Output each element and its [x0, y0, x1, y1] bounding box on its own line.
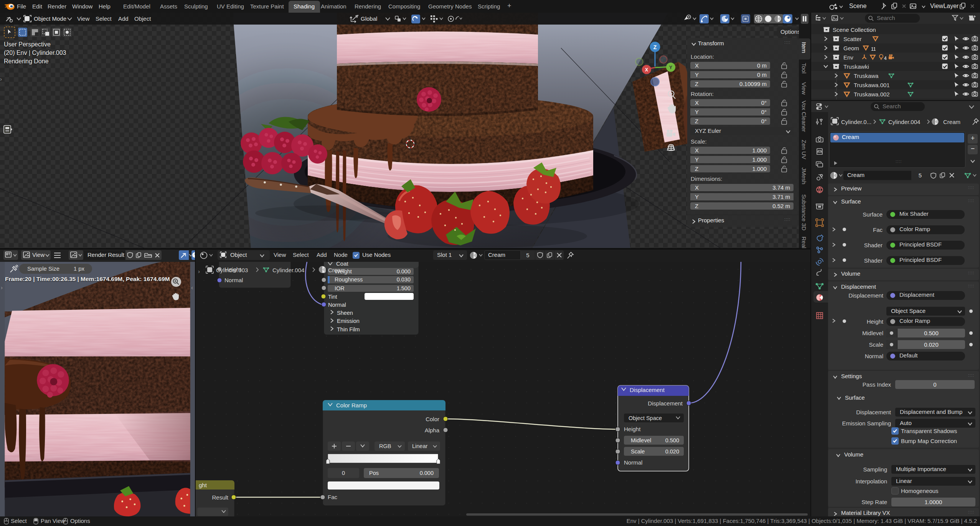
svg-text:›: ›: [198, 268, 200, 275]
svg-text:Normal: Normal: [328, 302, 346, 308]
svg-text:X: X: [645, 67, 648, 73]
svg-text:Pos: Pos: [369, 470, 379, 476]
svg-text:Linear: Linear: [412, 443, 427, 449]
svg-text:Cylinder.003: Cylinder.003: [216, 267, 248, 273]
svg-text:Normal: Normal: [224, 277, 243, 283]
svg-text:Height: Height: [624, 426, 641, 432]
svg-text:1.500: 1.500: [397, 285, 411, 291]
svg-text:Color: Color: [426, 416, 439, 422]
svg-text:IOR: IOR: [335, 285, 345, 291]
svg-text:Result: Result: [212, 494, 228, 501]
svg-text:Midlevel: Midlevel: [631, 437, 651, 443]
svg-text:0.020: 0.020: [665, 448, 679, 455]
svg-text:Fac: Fac: [328, 494, 338, 500]
svg-text:0.500: 0.500: [665, 437, 679, 443]
svg-text:0.030: 0.030: [397, 276, 411, 283]
svg-text:Displacement: Displacement: [648, 400, 683, 407]
svg-text:0.000: 0.000: [397, 268, 411, 275]
svg-text:0.000: 0.000: [420, 470, 434, 476]
svg-text:Object Space: Object Space: [629, 415, 662, 421]
svg-text:Scale: Scale: [631, 448, 645, 455]
svg-text:Cylinder.004: Cylinder.004: [272, 267, 304, 273]
svg-text:Alpha: Alpha: [425, 427, 440, 433]
svg-text:Emission: Emission: [337, 318, 360, 324]
svg-text:Z: Z: [653, 44, 657, 50]
svg-text:Roughness: Roughness: [335, 276, 363, 283]
svg-text:Tint: Tint: [328, 294, 337, 300]
svg-text:0: 0: [342, 470, 345, 476]
svg-text:Color Ramp: Color Ramp: [336, 402, 367, 409]
svg-text:Sheen: Sheen: [337, 310, 353, 316]
svg-text:Cream: Cream: [328, 267, 345, 273]
svg-text:Y: Y: [669, 65, 672, 70]
svg-text:RGB: RGB: [379, 443, 391, 449]
svg-text:Normal: Normal: [624, 459, 642, 466]
svg-text:ght: ght: [199, 482, 207, 488]
svg-text:Thin Film: Thin Film: [337, 326, 360, 332]
svg-text:Displacement: Displacement: [630, 387, 665, 393]
